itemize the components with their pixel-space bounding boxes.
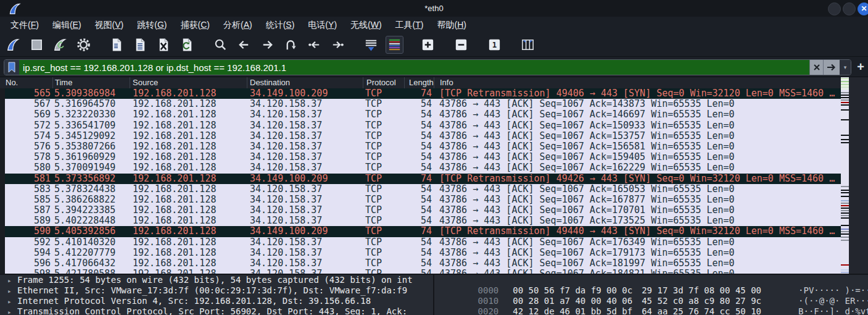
packet-row[interactable]: 5855.386268822192.168.201.12834.120.158.…	[0, 195, 841, 205]
hex-row[interactable]: 000000 50 56 f7 da f9 00 0c29 17 3d 7f 0…	[434, 275, 868, 285]
menu-item-e[interactable]: 编辑(E)	[46, 17, 88, 33]
column-header-destination[interactable]: Destination	[247, 77, 363, 88]
packet-row[interactable]: 5745.345129092192.168.201.12834.120.158.…	[0, 131, 841, 141]
packet-cell: 54	[404, 184, 434, 195]
title-bar: *eth0 ✕	[0, 0, 868, 17]
go-back-icon[interactable]	[236, 36, 252, 53]
packet-cell: 5.370091949	[52, 162, 130, 173]
packet-cell: 43786 → 443 [ACK] Seq=1067 Ack=165053 Wi…	[434, 184, 841, 195]
packet-row[interactable]: 5985.421780588192.168.201.12834.120.158.…	[0, 269, 841, 274]
menu-item-g[interactable]: 跳转(G)	[130, 17, 173, 33]
packet-row[interactable]: 5895.402228448192.168.201.12834.120.158.…	[0, 216, 841, 226]
menu-item-v[interactable]: 视图(V)	[88, 17, 131, 33]
go-first-packet-icon[interactable]	[306, 36, 323, 53]
zoom-normal-icon[interactable]: 1	[486, 36, 503, 53]
packet-row[interactable]: 5835.378324438192.168.201.12834.120.158.…	[0, 184, 841, 195]
go-to-packet-icon[interactable]	[283, 36, 299, 53]
detail-row-frame[interactable]: ▸Frame 1255: 54 bytes on wire (432 bits)…	[0, 275, 433, 285]
go-forward-icon[interactable]	[259, 36, 276, 53]
menu-item-a[interactable]: 分析(A)	[217, 17, 259, 33]
auto-scroll-icon[interactable]	[363, 36, 379, 53]
close-button[interactable]: ✕	[858, 2, 868, 15]
zoom-in-icon[interactable]	[420, 36, 436, 53]
packet-row[interactable]: 5925.410140320192.168.201.12834.120.158.…	[0, 237, 841, 248]
minimap-mark	[841, 190, 849, 191]
zoom-out-icon[interactable]	[453, 36, 469, 53]
minimap-mark	[841, 97, 849, 98]
clear-filter-button[interactable]	[809, 60, 823, 75]
open-file-icon[interactable]	[109, 36, 125, 53]
packet-row[interactable]: 5725.336541709192.168.201.12834.120.158.…	[0, 120, 841, 131]
minimap-mark	[841, 215, 849, 216]
packet-row[interactable]: 5875.394223385192.168.201.12834.120.158.…	[0, 205, 841, 216]
packet-cell: 43786 → 443 [ACK] Seq=1067 Ack=181997 Wi…	[434, 258, 841, 269]
packet-row[interactable]: 5905.405392856192.168.201.12834.149.100.…	[0, 226, 841, 237]
packet-cell: 54	[404, 152, 434, 162]
menu-item-y[interactable]: 电话(Y)	[301, 17, 344, 33]
stop-capture-icon[interactable]	[28, 36, 45, 53]
intelligent-scrollbar-minimap[interactable]	[841, 77, 849, 274]
save-file-icon[interactable]	[132, 36, 149, 53]
add-filter-button[interactable]: +	[855, 60, 866, 74]
menu-item-f[interactable]: 文件(F)	[4, 17, 46, 33]
scrollbar-gutter[interactable]	[849, 77, 868, 274]
column-header-time[interactable]: Time	[52, 77, 130, 88]
packet-cell: 54	[404, 216, 434, 226]
packet-row[interactable]: 5805.370091949192.168.201.12834.120.158.…	[0, 162, 841, 173]
packet-row[interactable]: 5965.417066432192.168.201.12834.120.158.…	[0, 258, 841, 269]
expand-arrow-icon[interactable]: ▸	[7, 307, 17, 315]
capture-options-icon[interactable]	[75, 36, 92, 53]
filter-dropdown-caret[interactable]: ▾	[840, 60, 851, 75]
restart-capture-icon[interactable]	[52, 36, 68, 53]
column-header-info[interactable]: Info	[434, 77, 841, 88]
packet-row[interactable]: 5695.323220330192.168.201.12834.120.158.…	[0, 109, 841, 120]
menu-item-s[interactable]: 统计(S)	[259, 17, 302, 33]
minimap-mark	[841, 231, 849, 232]
filter-bookmark-button[interactable]	[4, 60, 19, 75]
packet-cell: 34.120.158.37	[247, 109, 363, 120]
expand-arrow-icon[interactable]: ▸	[7, 275, 17, 286]
packet-row[interactable]: 5785.361960929192.168.201.12834.120.158.…	[0, 152, 841, 162]
colorize-icon[interactable]	[386, 36, 403, 53]
column-header-no[interactable]: No.	[0, 77, 52, 88]
packet-row[interactable]: 5655.309386984192.168.201.12834.149.100.…	[0, 88, 841, 99]
find-packet-icon[interactable]	[212, 36, 229, 53]
apply-filter-button[interactable]	[823, 60, 840, 75]
packet-cell: 54	[404, 237, 434, 248]
column-header-source[interactable]: Source	[130, 77, 247, 88]
close-file-icon[interactable]	[155, 36, 172, 53]
column-header-protocol[interactable]: Protocol	[363, 77, 404, 88]
detail-row-tcp[interactable]: ▸Transmission Control Protocol, Src Port…	[0, 306, 433, 315]
menu-item-h[interactable]: 帮助(H)	[431, 17, 473, 33]
packet-cell: 192.168.201.128	[130, 162, 247, 173]
packet-cell: 192.168.201.128	[130, 269, 247, 274]
detail-row-ip[interactable]: ▸Internet Protocol Version 4, Src: 192.1…	[0, 296, 433, 306]
resize-columns-icon[interactable]	[519, 36, 536, 53]
packet-cell: TCP	[363, 216, 404, 226]
packet-cell: 34.120.158.37	[247, 269, 363, 274]
bottom-panes: ······ ▸Frame 1255: 54 bytes on wire (43…	[0, 274, 868, 315]
packet-cell: 43786 → 443 [ACK] Seq=1067 Ack=179173 Wi…	[434, 248, 841, 258]
packet-row[interactable]: 5945.412207779192.168.201.12834.120.158.…	[0, 248, 841, 258]
menu-item-t[interactable]: 工具(T)	[389, 17, 431, 33]
packet-row[interactable]: 5815.373356892192.168.201.12834.149.100.…	[0, 174, 841, 184]
minimize-button[interactable]	[828, 2, 841, 15]
go-last-packet-icon[interactable]	[329, 36, 346, 53]
expand-arrow-icon[interactable]: ▸	[7, 296, 17, 307]
packet-cell: 585	[0, 195, 52, 205]
packet-row[interactable]: 5675.316964570192.168.201.12834.120.158.…	[0, 99, 841, 109]
menu-item-w[interactable]: 无线(W)	[344, 17, 389, 33]
maximize-button[interactable]	[843, 2, 856, 15]
detail-row-ethernet[interactable]: ▸Ethernet II, Src: VMware_17:3d:7f (00:0…	[0, 285, 433, 296]
packet-cell: 594	[0, 248, 52, 258]
reload-file-icon[interactable]	[179, 36, 196, 53]
packet-cell: 5.323220330	[52, 109, 130, 120]
start-capture-icon[interactable]	[5, 36, 22, 53]
menu-item-c[interactable]: 捕获(C)	[174, 17, 217, 33]
display-filter-input[interactable]	[19, 60, 809, 75]
filter-bar: ▾ +	[0, 57, 868, 78]
column-header-length[interactable]: Length	[404, 77, 434, 88]
expand-arrow-icon[interactable]: ▸	[7, 286, 17, 296]
packet-cell: 34.149.100.209	[247, 174, 363, 184]
packet-row[interactable]: 5765.353807266192.168.201.12834.120.158.…	[0, 141, 841, 152]
